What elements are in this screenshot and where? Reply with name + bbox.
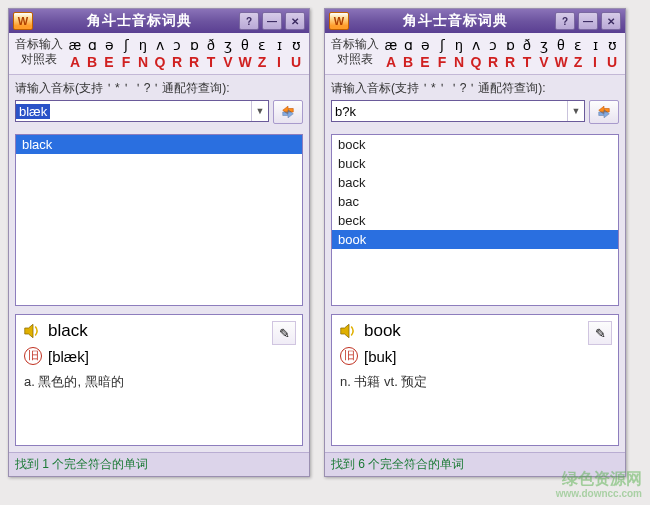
app-icon: W: [329, 12, 349, 30]
definition-panel: ✎ book 旧 [buk] n. 书籍 vt. 预定: [331, 314, 619, 446]
search-button[interactable]: [273, 100, 303, 124]
speaker-icon[interactable]: [340, 323, 358, 339]
reference-row: 音标输入 对照表 æ ɑ ə ʃ ŋ ʌ ɔ ɒ ð ʒ θ ɛ ɪ ʊ A: [9, 33, 309, 75]
list-item[interactable]: black: [16, 135, 302, 154]
list-item[interactable]: back: [332, 173, 618, 192]
pencil-icon: ✎: [595, 326, 606, 341]
svg-marker-1: [341, 324, 349, 338]
search-value: blæk: [16, 104, 50, 119]
list-item[interactable]: buck: [332, 154, 618, 173]
app-title: 角斗士音标词典: [355, 12, 555, 30]
search-row: blæk ▼: [9, 100, 309, 130]
dictionary-window-left: W 角斗士音标词典 ? — ✕ 音标输入 对照表 æ ɑ ə ʃ ŋ ʌ ɔ ɒ…: [8, 8, 310, 477]
definition-panel: ✎ black 旧 [blæk] a. 黑色的, 黑暗的: [15, 314, 303, 446]
dictionary-window-right: W 角斗士音标词典 ? — ✕ 音标输入 对照表 æ ɑ ə ʃ ŋ ʌ ɔ ɒ…: [324, 8, 626, 477]
search-value: b?k: [332, 104, 359, 119]
help-button[interactable]: ?: [239, 12, 259, 30]
status-bar: 找到 1 个完全符合的单词: [9, 452, 309, 476]
list-item[interactable]: book: [332, 230, 618, 249]
search-prompt: 请输入音标(支持＇*＇＇?＇通配符查询):: [9, 75, 309, 100]
go-arrows-icon: [281, 105, 295, 119]
chevron-down-icon[interactable]: ▼: [251, 101, 268, 121]
old-pronunciation-badge: 旧: [24, 347, 42, 365]
minimize-button[interactable]: —: [262, 12, 282, 30]
old-pronunciation-badge: 旧: [340, 347, 358, 365]
chevron-down-icon[interactable]: ▼: [567, 101, 584, 121]
search-input[interactable]: b?k ▼: [331, 100, 585, 122]
reference-row: 音标输入 对照表 æ ɑ ə ʃ ŋ ʌ ɔ ɒ ð ʒ θ ɛ ɪ ʊ A: [325, 33, 625, 75]
definition-text: n. 书籍 vt. 预定: [340, 373, 610, 391]
help-button[interactable]: ?: [555, 12, 575, 30]
list-item[interactable]: bac: [332, 192, 618, 211]
window-controls: ? — ✕: [239, 12, 305, 30]
edit-button[interactable]: ✎: [272, 321, 296, 345]
go-arrows-icon: [597, 105, 611, 119]
search-row: b?k ▼: [325, 100, 625, 130]
minimize-button[interactable]: —: [578, 12, 598, 30]
window-controls: ? — ✕: [555, 12, 621, 30]
results-list[interactable]: black: [15, 134, 303, 306]
speaker-icon[interactable]: [24, 323, 42, 339]
reference-labels: 音标输入 对照表: [330, 37, 380, 70]
app-title: 角斗士音标词典: [39, 12, 239, 30]
pronunciation: [buk]: [364, 348, 397, 365]
edit-button[interactable]: ✎: [588, 321, 612, 345]
results-list[interactable]: bock buck back bac beck book: [331, 134, 619, 306]
close-button[interactable]: ✕: [285, 12, 305, 30]
pronunciation: [blæk]: [48, 348, 89, 365]
ipa-row: æ ɑ ə ʃ ŋ ʌ ɔ ɒ ð ʒ θ ɛ ɪ ʊ: [384, 37, 620, 53]
close-button[interactable]: ✕: [601, 12, 621, 30]
search-prompt: 请输入音标(支持＇*＇＇?＇通配符查询):: [325, 75, 625, 100]
ipa-row: æ ɑ ə ʃ ŋ ʌ ɔ ɒ ð ʒ θ ɛ ɪ ʊ: [68, 37, 304, 53]
definition-head: book: [340, 321, 610, 341]
headword: black: [48, 321, 88, 341]
letters-row: A B E F N Q R R T V W Z I U: [68, 54, 304, 70]
search-input[interactable]: blæk ▼: [15, 100, 269, 122]
pencil-icon: ✎: [279, 326, 290, 341]
status-bar: 找到 6 个完全符合的单词: [325, 452, 625, 476]
letters-row: A B E F N Q R R T V W Z I U: [384, 54, 620, 70]
pronunciation-row: 旧 [buk]: [340, 347, 610, 365]
reference-labels: 音标输入 对照表: [14, 37, 64, 70]
svg-marker-0: [25, 324, 33, 338]
pronunciation-row: 旧 [blæk]: [24, 347, 294, 365]
definition-head: black: [24, 321, 294, 341]
definition-text: a. 黑色的, 黑暗的: [24, 373, 294, 391]
list-item[interactable]: beck: [332, 211, 618, 230]
titlebar: W 角斗士音标词典 ? — ✕: [9, 9, 309, 33]
headword: book: [364, 321, 401, 341]
list-item[interactable]: bock: [332, 135, 618, 154]
search-button[interactable]: [589, 100, 619, 124]
titlebar: W 角斗士音标词典 ? — ✕: [325, 9, 625, 33]
app-icon: W: [13, 12, 33, 30]
